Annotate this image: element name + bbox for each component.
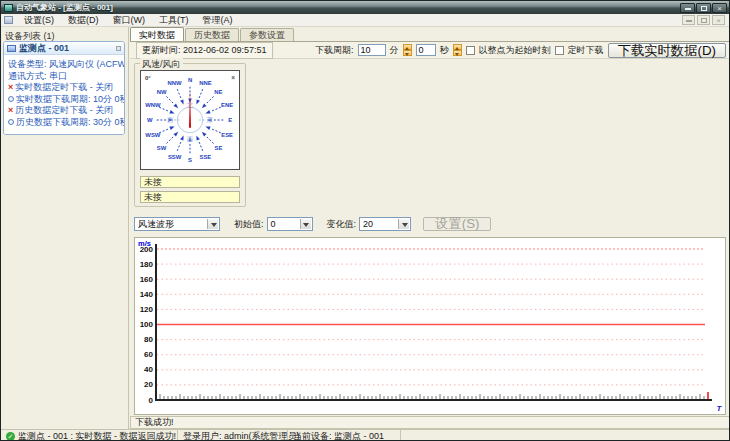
svg-text:NNE: NNE: [199, 80, 211, 86]
update-time-label: 更新时间:: [142, 45, 181, 55]
chevron-down-icon: [398, 219, 409, 229]
initial-value-label: 初始值:: [234, 218, 264, 231]
device-info-line: ×历史数据定时下载 - 关闭: [8, 105, 122, 117]
settings-button[interactable]: 设置(S): [423, 217, 491, 231]
svg-text:NE: NE: [214, 89, 222, 95]
minutes-stepper[interactable]: [403, 44, 412, 56]
wind-compass: 0°×NNNENEENEEESESESSESSSWSWWSWWWNWNWNNW北…: [140, 70, 240, 170]
svg-text:SSW: SSW: [168, 154, 182, 160]
mdi-restore-button[interactable]: [697, 15, 710, 25]
seconds-unit-label: 秒: [440, 44, 449, 57]
device-info-line: 实时数据下载周期: 10分 0秒: [8, 94, 122, 106]
svg-text:ENE: ENE: [221, 102, 233, 108]
mdi-child-icon[interactable]: [4, 16, 13, 24]
svg-text:140: 140: [140, 290, 154, 299]
title-bar: 自动气象站 - [监测点 - 001] ×: [1, 1, 729, 14]
svg-text:ESE: ESE: [221, 132, 233, 138]
mdi-close-button[interactable]: ×: [712, 15, 725, 25]
app-window: 自动气象站 - [监测点 - 001] × 设置(S)数据(D)窗口(W)工具(…: [0, 0, 730, 441]
svg-text:NNW: NNW: [168, 80, 182, 86]
svg-text:W: W: [147, 117, 153, 123]
menu-data[interactable]: 数据(D): [61, 15, 106, 25]
menu-settings[interactable]: 设置(S): [17, 15, 61, 25]
maximize-button[interactable]: [696, 3, 711, 13]
menu-bar: 设置(S)数据(D)窗口(W)工具(T)管理(A) ×: [1, 14, 729, 27]
svg-text:东: 东: [206, 116, 213, 123]
tab-realtime[interactable]: 实时数据: [130, 27, 184, 41]
svg-text:WSW: WSW: [145, 132, 160, 138]
mdi-minimize-icon: [686, 20, 692, 22]
svg-text:S: S: [188, 157, 192, 163]
device-info-line: ×实时数据定时下载 - 关闭: [8, 82, 122, 94]
timed-download-checkbox[interactable]: [555, 46, 564, 55]
close-button[interactable]: ×: [712, 3, 727, 13]
svg-text:NW: NW: [157, 89, 167, 95]
toolbar: 更新时间: 2012-06-02 09:57:51 下载周期: 10 分 0 秒…: [130, 41, 730, 59]
svg-text:西: 西: [166, 116, 174, 124]
maximize-icon: [701, 6, 707, 11]
svg-text:E: E: [228, 117, 232, 123]
svg-text:80: 80: [144, 335, 153, 344]
close-icon: ×: [713, 4, 726, 13]
tab-history[interactable]: 历史数据: [185, 28, 239, 41]
minutes-unit-label: 分: [390, 44, 399, 57]
svg-text:SE: SE: [214, 145, 222, 151]
initial-value-select-value: 0: [271, 219, 276, 229]
collapse-icon[interactable]: [116, 46, 121, 51]
seconds-stepper[interactable]: [453, 44, 462, 56]
initial-value-select[interactable]: 0: [267, 217, 313, 231]
tab-params[interactable]: 参数设置: [240, 28, 294, 41]
main-panel: 实时数据历史数据参数设置 更新时间: 2012-06-02 09:57:51 下…: [130, 27, 730, 429]
minutes-down-icon[interactable]: [403, 50, 412, 56]
status-message: 监测点 - 001 : 实时数据 - 数据返回成功!: [18, 430, 176, 441]
mdi-restore-icon: [701, 18, 707, 23]
monitor-icon: [7, 45, 16, 52]
device-info-text: 实时数据下载周期: 10分 0秒: [16, 94, 125, 106]
svg-text:40: 40: [144, 365, 153, 374]
device-info-text: 实时数据定时下载 - 关闭: [15, 82, 113, 94]
seconds-input[interactable]: 0: [416, 44, 436, 56]
download-status-strip: 下载成功!: [130, 416, 730, 429]
svg-text:60: 60: [144, 350, 153, 359]
logged-in-user: 登录用户: admin(系统管理员): [183, 430, 300, 441]
menu-manage[interactable]: 管理(A): [196, 15, 240, 25]
download-realtime-button[interactable]: 下载实时数据(D): [608, 43, 726, 58]
change-value-label: 变化值:: [327, 218, 357, 231]
svg-text:160: 160: [140, 275, 154, 284]
svg-text:SSE: SSE: [199, 154, 211, 160]
compass-needle: [189, 90, 191, 128]
device-info-line: 通讯方式: 串口: [8, 71, 122, 83]
svg-text:T: T: [717, 404, 723, 413]
minimize-button[interactable]: [680, 3, 695, 13]
svg-text:WNW: WNW: [145, 102, 161, 108]
svg-text:0: 0: [149, 396, 154, 405]
svg-text:SW: SW: [157, 145, 167, 151]
chevron-down-icon: [207, 219, 218, 229]
mdi-minimize-button[interactable]: [682, 15, 695, 25]
menu-tools[interactable]: 工具(T): [152, 15, 196, 25]
current-device: 当前设备: 监测点 - 001: [293, 430, 384, 441]
menu-window[interactable]: 窗口(W): [106, 15, 153, 25]
svg-text:120: 120: [140, 305, 154, 314]
change-value-select[interactable]: 20: [359, 217, 411, 231]
window-title: 自动气象站 - [监测点 - 001]: [16, 2, 680, 13]
svg-text:N: N: [188, 77, 192, 83]
closed-icon: ×: [8, 83, 13, 92]
minutes-input[interactable]: 10: [358, 44, 386, 56]
svg-text:200: 200: [140, 245, 154, 254]
waveform-select[interactable]: 风速波形: [134, 217, 220, 231]
closed-icon: ×: [8, 106, 13, 115]
timed-download-label: 定时下载: [568, 44, 604, 57]
seconds-down-icon[interactable]: [453, 50, 462, 56]
device-tree-node[interactable]: 监测点 - 001: [4, 42, 124, 55]
svg-text:100: 100: [140, 320, 154, 329]
wind-speed-field: 未接: [140, 176, 240, 188]
waveform-chart-svg: m/s020406080100120140160180200T: [135, 238, 725, 414]
wind-direction-field: 未接: [140, 191, 240, 203]
start-on-hour-checkbox[interactable]: [466, 46, 475, 55]
device-info-text: 历史数据定时下载 - 关闭: [15, 105, 113, 117]
clock-icon: [8, 96, 14, 102]
update-time-box: 更新时间: 2012-06-02 09:57:51: [136, 42, 273, 59]
device-info: 设备类型: 风速风向仪 (ACFW-4)通讯方式: 串口×实时数据定时下载 - …: [4, 55, 124, 134]
device-list-sidebar: 设备列表 (1) 监测点 - 001 设备类型: 风速风向仪 (ACFW-4)通…: [1, 27, 129, 429]
